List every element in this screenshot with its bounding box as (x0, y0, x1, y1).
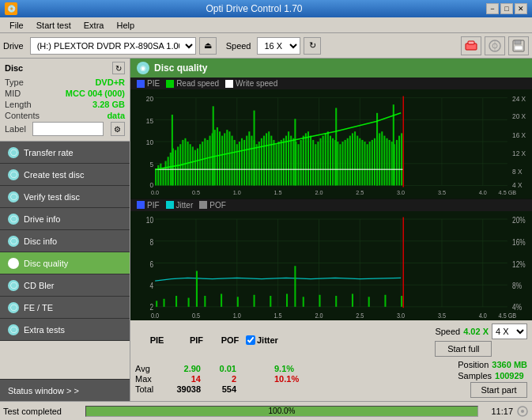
burn-button[interactable] (485, 36, 505, 55)
svg-rect-197 (303, 297, 304, 307)
svg-text:0: 0 (149, 180, 153, 188)
speed-select[interactable]: 16 X (257, 37, 300, 55)
svg-text:20%: 20% (512, 216, 526, 225)
avg-row-label: Avg (135, 364, 164, 373)
nav-fe-te[interactable]: ◯ FE / TE (0, 297, 130, 319)
svg-rect-192 (221, 293, 222, 306)
svg-text:4%: 4% (512, 302, 522, 311)
legend-pof: POF (199, 201, 226, 210)
svg-rect-200 (352, 293, 353, 306)
pof-col-header: POF (221, 335, 240, 345)
nav-icon-verify-test-disc: ◯ (8, 191, 19, 202)
svg-rect-198 (319, 294, 320, 306)
svg-rect-89 (268, 131, 270, 185)
speed-select-action[interactable]: 4 X (492, 324, 527, 339)
svg-rect-137 (386, 138, 387, 186)
svg-rect-84 (256, 144, 258, 185)
svg-rect-99 (292, 138, 294, 186)
nav-disc-info[interactable]: ◯ Disc info (0, 230, 130, 252)
nav-transfer-rate[interactable]: ◯ Transfer rate (0, 142, 130, 164)
app-icon: 💿 (5, 2, 17, 15)
svg-rect-93 (278, 142, 280, 185)
svg-rect-189 (175, 296, 177, 307)
close-button[interactable]: ✕ (515, 3, 527, 14)
left-panel: Disc ↻ Type DVD+R MID MCC 004 (000) Leng… (0, 59, 130, 401)
erase-button[interactable] (461, 36, 481, 55)
svg-rect-82 (251, 136, 252, 186)
svg-rect-117 (337, 142, 338, 185)
nav-drive-info[interactable]: ◯ Drive info (0, 208, 130, 230)
minimize-button[interactable]: − (486, 3, 499, 14)
start-full-button[interactable]: Start full (435, 341, 492, 357)
svg-text:0.5: 0.5 (192, 189, 200, 196)
nav-cd-bler[interactable]: ◯ CD Bler (0, 274, 130, 297)
svg-rect-61 (199, 144, 201, 185)
total-row-label: Total (135, 384, 164, 394)
svg-rect-63 (204, 138, 206, 186)
svg-rect-136 (383, 136, 385, 186)
legend-write-speed: Write speed (225, 79, 277, 88)
svg-rect-204 (196, 271, 198, 306)
svg-text:8: 8 (149, 238, 153, 247)
svg-rect-135 (381, 131, 383, 185)
svg-rect-75 (234, 140, 236, 186)
svg-rect-45 (160, 164, 161, 186)
svg-rect-51 (175, 150, 176, 186)
svg-rect-81 (248, 131, 250, 185)
svg-rect-80 (246, 136, 247, 186)
menu-start-test[interactable]: Start test (30, 19, 77, 32)
nav-extra-tests[interactable]: ◯ Extra tests (0, 319, 130, 341)
svg-rect-149 (376, 113, 378, 186)
save-button[interactable] (508, 36, 529, 55)
type-value: DVD+R (95, 78, 125, 87)
bottom-chart-svg: 10 8 6 4 2 20% 16% 12% 8% 4% 0.0 0.5 1.0… (130, 211, 532, 321)
svg-rect-43 (155, 169, 157, 185)
svg-rect-77 (239, 142, 240, 185)
svg-text:10: 10 (146, 216, 153, 225)
nav-create-test-disc[interactable]: ◯ Create test disc (0, 164, 130, 186)
svg-rect-193 (237, 297, 239, 307)
label-settings-button[interactable]: ⚙ (111, 122, 125, 136)
svg-rect-148 (335, 108, 337, 185)
svg-text:1.5: 1.5 (274, 189, 282, 196)
svg-text:12%: 12% (512, 259, 526, 268)
svg-rect-142 (398, 136, 400, 186)
svg-text:20: 20 (146, 95, 154, 103)
svg-rect-101 (297, 144, 299, 185)
label-input[interactable] (32, 122, 104, 136)
disc-refresh-button[interactable]: ↻ (112, 62, 125, 74)
svg-text:4.0: 4.0 (479, 312, 488, 320)
menu-help[interactable]: Help (110, 19, 141, 32)
svg-text:0.5: 0.5 (192, 312, 201, 320)
svg-rect-141 (396, 140, 398, 186)
status-bar: Test completed 100.0% 11:17 (0, 401, 532, 420)
drive-select[interactable]: (H:) PLEXTOR DVDR PX-890SA 1.00 (30, 37, 196, 55)
menu-file[interactable]: File (3, 19, 30, 32)
eject-button[interactable]: ⏏ (199, 37, 217, 55)
top-chart-svg: 20 15 10 5 0 24 X 20 X 16 X 12 X 8 X 4 X… (130, 89, 532, 199)
svg-rect-97 (288, 131, 289, 185)
svg-rect-119 (341, 142, 343, 185)
refresh-button[interactable]: ↻ (304, 37, 321, 55)
speed-label: Speed (226, 41, 251, 51)
menu-extra[interactable]: Extra (77, 19, 111, 32)
svg-text:3.5: 3.5 (438, 189, 446, 196)
nav-icon-extra-tests: ◯ (8, 324, 19, 335)
svg-rect-46 (162, 168, 164, 185)
start-part-button[interactable]: Start part (470, 382, 527, 398)
svg-rect-201 (368, 297, 370, 307)
avg-pif: 0.01 (207, 364, 243, 373)
data-table-area: PIE PIF POF Jitter Speed 4.02 X 4 X (130, 320, 532, 401)
svg-rect-104 (305, 133, 307, 185)
status-window-button[interactable]: Status window > > (0, 379, 130, 401)
svg-rect-57 (190, 144, 191, 185)
samples-value: 100929 (495, 371, 524, 380)
length-label: Length (5, 100, 32, 109)
nav-disc-quality[interactable]: ◯ Disc quality (0, 252, 130, 274)
maximize-button[interactable]: □ (500, 3, 513, 14)
svg-rect-109 (317, 142, 319, 185)
svg-text:0.0: 0.0 (151, 312, 160, 320)
svg-text:2: 2 (149, 302, 153, 311)
nav-verify-test-disc[interactable]: ◯ Verify test disc (0, 186, 130, 208)
jitter-checkbox[interactable] (246, 335, 255, 345)
